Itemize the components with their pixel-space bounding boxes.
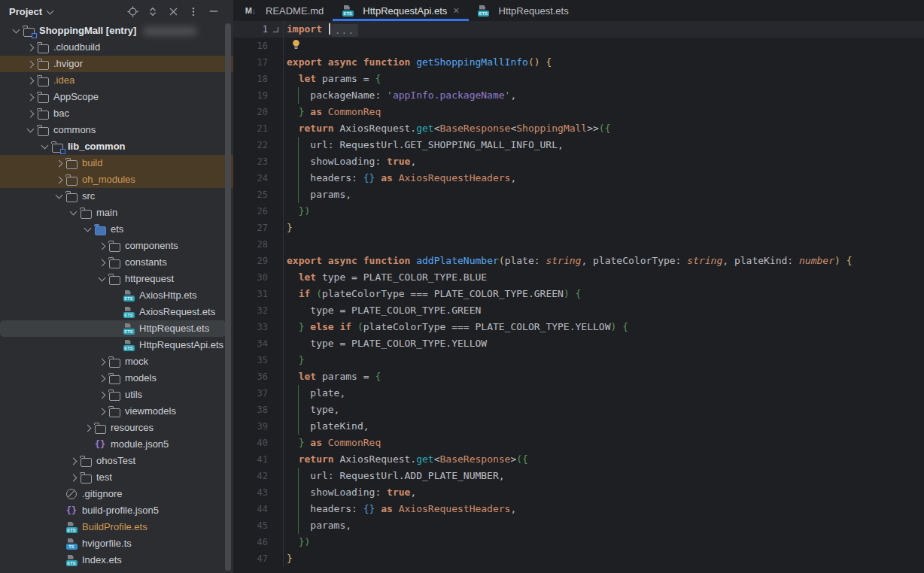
collapse-all-icon[interactable] (167, 5, 179, 17)
code-line-40[interactable]: 40 } as CommonReq (233, 435, 924, 451)
tree-item-ohostest[interactable]: ohosTest (0, 453, 233, 469)
tree-item-idea[interactable]: .idea (0, 72, 233, 89)
code-line-38[interactable]: 38 type, (233, 402, 924, 418)
chevron-expanded-icon[interactable] (52, 195, 65, 198)
expand-all-icon[interactable] (147, 5, 159, 17)
code-line-1[interactable]: 1import ... (233, 21, 924, 38)
code-line-35[interactable]: 35 } (233, 352, 924, 368)
code-line-22[interactable]: 22 url: RequestUrl.GET_SHOPPING_MALL_INF… (233, 137, 924, 153)
chevron-collapsed-icon[interactable] (23, 45, 37, 50)
tree-item-constants[interactable]: constants (0, 254, 233, 271)
code-line-42[interactable]: 42 url: RequestUrl.ADD_PLATE_NUMBER, (233, 468, 924, 484)
code-line-45[interactable]: 45 params, (233, 517, 924, 534)
code-line-29[interactable]: 29export async function addPlateNumber(p… (233, 253, 924, 269)
tree-item-models[interactable]: models (0, 370, 233, 387)
tree-item-ets[interactable]: ets (0, 221, 233, 238)
code-line-26[interactable]: 26 }) (233, 203, 924, 220)
tree-item-httprequest[interactable]: httprequest (0, 271, 233, 287)
tree-item-shoppingmall-entry[interactable]: ShoppingMall [entry] (0, 23, 233, 39)
chevron-expanded-icon[interactable] (66, 211, 80, 214)
code-line-20[interactable]: 20 } as CommonReq (233, 104, 924, 120)
code-line-18[interactable]: 18 let params = { (233, 71, 924, 87)
more-options-icon[interactable] (187, 5, 199, 17)
code-line-39[interactable]: 39 plateKind, (233, 418, 924, 435)
tree-item-axioshttp-ets[interactable]: ETSAxiosHttp.ets (0, 287, 233, 304)
tab-httprequestapi-ets[interactable]: ETSHttpRequestApi.ets× (333, 0, 468, 21)
code-line-19[interactable]: 19 packageName: 'appInfo.packageName', (233, 87, 924, 104)
tree-item-lib-common[interactable]: lib_common (0, 138, 233, 155)
chevron-expanded-icon[interactable] (23, 129, 37, 132)
project-tree-scrollbar[interactable] (225, 23, 231, 571)
code-line-25[interactable]: 25 params, (233, 186, 924, 203)
code-line-24[interactable]: 24 headers: {} as AxiosRequestHeaders, (233, 170, 924, 186)
tree-item-gitignore[interactable]: .gitignore (0, 486, 233, 502)
chevron-collapsed-icon[interactable] (52, 161, 65, 166)
fold-region-icon[interactable] (268, 21, 283, 38)
code-line-32[interactable]: 32 type = PLATE_COLOR_TYPE.GREEN (233, 302, 924, 319)
chevron-expanded-icon[interactable] (81, 228, 94, 231)
code-line-43[interactable]: 43 showLoading: true, (233, 484, 924, 501)
chevron-collapsed-icon[interactable] (95, 376, 108, 381)
code-line-41[interactable]: 41 return AxiosRequest.get<BaseResponse>… (233, 451, 924, 468)
tab-httprequest-ets[interactable]: ETSHttpRequest.ets (469, 0, 578, 21)
folded-imports-placeholder[interactable]: ... (331, 24, 358, 37)
tree-item-module-json5[interactable]: {}module.json5 (0, 436, 233, 453)
tree-item-main[interactable]: main (0, 205, 233, 221)
chevron-collapsed-icon[interactable] (95, 244, 108, 249)
code-line-31[interactable]: 31 if (plateColorType === PLATE_COLOR_TY… (233, 286, 924, 302)
code-line-16[interactable]: 16 (233, 38, 924, 54)
chevron-expanded-icon[interactable] (38, 145, 51, 148)
chevron-expanded-icon[interactable] (95, 277, 108, 280)
code-line-47[interactable]: 47} (233, 550, 924, 567)
tree-item-httprequest-ets[interactable]: ETSHttpRequest.ets (0, 320, 226, 337)
tree-item-httprequestapi-ets[interactable]: ETSHttpRequestApi.ets (0, 337, 233, 353)
chevron-collapsed-icon[interactable] (95, 393, 108, 398)
tree-item-appscope[interactable]: AppScope (0, 89, 233, 105)
tree-item-index-ets[interactable]: ETSIndex.ets (0, 552, 233, 568)
close-tab-icon[interactable]: × (453, 5, 459, 16)
tree-item-mock[interactable]: mock (0, 353, 233, 370)
code-line-46[interactable]: 46 }) (233, 534, 924, 550)
chevron-collapsed-icon[interactable] (52, 177, 65, 183)
tree-item-axiosrequest-ets[interactable]: ETSAxiosRequest.ets (0, 304, 233, 320)
tree-item-cloudbuild[interactable]: .cloudbuild (0, 39, 233, 56)
code-line-44[interactable]: 44 headers: {} as AxiosRequestHeaders, (233, 501, 924, 517)
tree-item-build[interactable]: build (0, 155, 233, 171)
code-line-34[interactable]: 34 type = PLATE_COLOR_TYPE.YELLOW (233, 335, 924, 352)
code-line-17[interactable]: 17export async function getShoppingMallI… (233, 54, 924, 71)
code-line-27[interactable]: 27} (233, 220, 924, 236)
tree-item-src[interactable]: src (0, 188, 233, 205)
chevron-expanded-icon[interactable] (9, 29, 23, 32)
tree-item-utils[interactable]: utils (0, 387, 233, 403)
chevron-collapsed-icon[interactable] (23, 111, 37, 117)
tree-item-viewmodels[interactable]: viewmodels (0, 403, 233, 420)
locate-file-icon[interactable] (126, 5, 138, 17)
chevron-collapsed-icon[interactable] (95, 409, 108, 414)
tree-item-components[interactable]: components (0, 238, 233, 254)
code-line-23[interactable]: 23 showLoading: true, (233, 153, 924, 170)
tree-item-buildprofile-ets[interactable]: ETSBuildProfile.ets (0, 519, 233, 535)
project-tool-window-selector[interactable]: Project (9, 6, 42, 17)
code-line-21[interactable]: 21 return AxiosRequest.get<BaseResponse<… (233, 120, 924, 137)
chevron-collapsed-icon[interactable] (81, 426, 94, 431)
chevron-collapsed-icon[interactable] (95, 260, 108, 265)
tree-item-oh-modules[interactable]: oh_modules (0, 171, 233, 188)
intention-bulb-icon[interactable] (291, 39, 301, 50)
hide-panel-icon[interactable] (208, 5, 220, 17)
chevron-collapsed-icon[interactable] (66, 475, 80, 481)
chevron-collapsed-icon[interactable] (95, 359, 108, 365)
code-line-33[interactable]: 33 } else if (plateColorType === PLATE_C… (233, 319, 924, 335)
tree-item-commons[interactable]: commons (0, 122, 233, 138)
chevron-collapsed-icon[interactable] (66, 459, 80, 464)
code-line-28[interactable]: 28 (233, 236, 924, 253)
tree-item-test[interactable]: test (0, 469, 233, 486)
tree-item-hvigor[interactable]: .hvigor (0, 56, 233, 72)
chevron-collapsed-icon[interactable] (23, 78, 37, 83)
code-line-36[interactable]: 36 let params = { (233, 368, 924, 385)
tree-item-build-profile-json5[interactable]: {}build-profile.json5 (0, 502, 233, 519)
code-editor[interactable]: 1import ...1617export async function get… (233, 21, 924, 567)
code-line-37[interactable]: 37 plate, (233, 385, 924, 402)
tree-item-hvigorfile-ts[interactable]: TShvigorfile.ts (0, 535, 233, 552)
chevron-collapsed-icon[interactable] (23, 95, 37, 100)
tab-readme-md[interactable]: M↓README.md (236, 0, 333, 21)
